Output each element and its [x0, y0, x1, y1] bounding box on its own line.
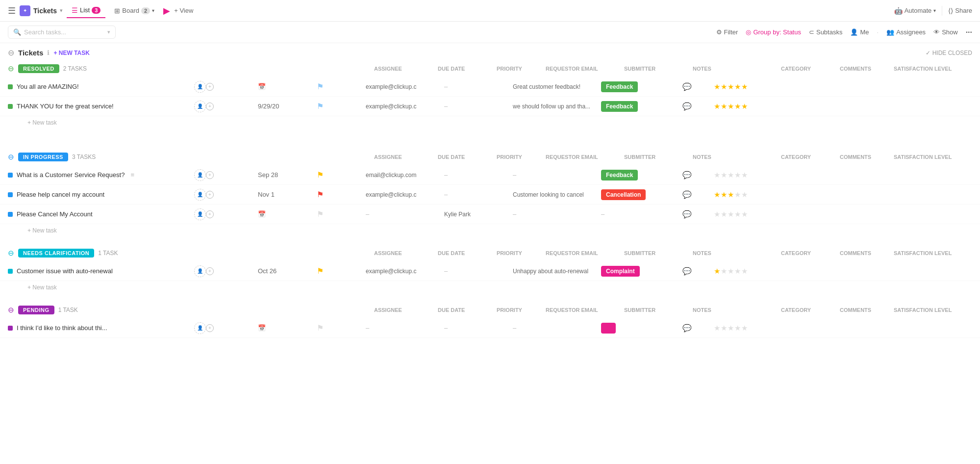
comments-cell[interactable]: 💬 — [660, 190, 714, 199]
subtasks-btn[interactable]: ⊂ Subtasks — [809, 28, 842, 36]
add-assignee-icon[interactable]: + — [206, 171, 214, 179]
avatar[interactable]: 👤 — [194, 101, 206, 112]
priority-cell: ⚑ — [317, 323, 366, 333]
date-cell: 📅 — [258, 83, 317, 90]
show-icon: 👁 — [933, 28, 940, 36]
group-by-btn[interactable]: ◎ Group by: Status — [746, 28, 801, 36]
category-cell: – — [601, 210, 660, 218]
assignees-btn[interactable]: 👥 Assignees — [886, 28, 926, 36]
avatar[interactable]: 👤 — [194, 265, 206, 277]
category-cell: Complaint — [601, 267, 660, 275]
add-assignee-icon[interactable]: + — [206, 324, 214, 332]
avatar[interactable]: 👤 — [194, 322, 206, 334]
new-task-link[interactable]: + New task — [0, 224, 980, 237]
avatar[interactable]: 👤 — [194, 81, 206, 93]
search-arrow-icon: ▾ — [107, 29, 110, 35]
add-assignee-icon[interactable]: + — [206, 191, 214, 199]
task-menu-icon[interactable]: ≡ — [130, 171, 134, 179]
play-icon[interactable]: ▶ — [163, 5, 170, 16]
list-tab-badge: 3 — [92, 7, 101, 14]
category-badge: Feedback — [601, 81, 638, 92]
avatar[interactable]: 👤 — [194, 169, 206, 181]
logo-area[interactable]: ✦ Tickets ▾ — [20, 5, 63, 16]
avatar[interactable]: 👤 — [194, 189, 206, 201]
add-assignee-icon[interactable]: + — [206, 83, 214, 91]
task-row[interactable]: Please Cancel My Account 👤 + 📅 ⚑ – Kylie… — [0, 205, 980, 224]
board-tab-icon: ⊞ — [114, 7, 120, 15]
show-label: Show — [942, 28, 958, 36]
task-dot — [8, 269, 13, 274]
list-tab-icon: ☰ — [72, 6, 78, 14]
filter-btn[interactable]: ⚙ Filter — [716, 28, 738, 36]
filter-icon: ⚙ — [716, 28, 722, 36]
col-category: CATEGORY — [781, 66, 840, 72]
avatar[interactable]: 👤 — [194, 208, 206, 220]
category-badge: Cancellation — [601, 189, 646, 200]
new-task-link[interactable]: + New task — [0, 281, 980, 294]
top-nav: ☰ ✦ Tickets ▾ ☰ List 3 ⊞ Board 2 ▾ ▶ + V… — [0, 0, 980, 22]
col-priority: PRIORITY — [497, 66, 546, 72]
board-tab-label: Board — [122, 7, 139, 14]
pending-toggle-icon[interactable]: ⊖ — [8, 306, 14, 314]
task-dot — [8, 192, 13, 197]
task-row[interactable]: What is a Customer Service Request? ≡ 👤 … — [0, 165, 980, 185]
section-inprogress-header: ⊖ IN PROGRESS 3 TASKS ASSIGNEE DUE DATE … — [0, 149, 980, 165]
email-cell: – — [366, 210, 444, 218]
hide-closed-btn[interactable]: ✓ HIDE CLOSED — [926, 50, 972, 56]
comments-cell[interactable]: 💬 — [660, 210, 714, 219]
email-cell: example@clickup.c — [366, 268, 444, 275]
assignees-label: Assignees — [896, 28, 926, 36]
stars-cell: ★★★★★ — [714, 190, 792, 199]
task-row[interactable]: You all are AMAZING! 👤 + 📅 ⚑ example@cli… — [0, 77, 980, 97]
add-assignee-icon[interactable]: + — [206, 210, 214, 218]
assignee-cell: 👤 + — [194, 81, 258, 93]
category-cell: Feedback — [601, 103, 660, 110]
task-name: THANK YOU for the great service! — [8, 103, 194, 110]
pending-status-badge: PENDING — [18, 306, 54, 314]
col-notes: NOTES — [693, 66, 781, 72]
show-btn[interactable]: 👁 Show — [933, 28, 958, 36]
automate-btn[interactable]: 🤖 Automate ▾ — [894, 7, 936, 15]
info-icon[interactable]: ℹ — [47, 49, 50, 56]
new-task-btn[interactable]: + NEW TASK — [53, 50, 89, 56]
assignee-cell: 👤 + — [194, 208, 258, 220]
task-label: THANK YOU for the great service! — [17, 103, 114, 110]
tab-board[interactable]: ⊞ Board 2 ▾ — [109, 4, 159, 18]
clarification-toggle-icon[interactable]: ⊖ — [8, 249, 14, 258]
comments-cell[interactable]: 💬 — [660, 102, 714, 111]
page-title: Tickets — [18, 49, 43, 57]
add-assignee-icon[interactable]: + — [206, 103, 214, 110]
new-task-link[interactable]: + New task — [0, 116, 980, 129]
comments-cell[interactable]: 💬 — [660, 171, 714, 180]
task-row[interactable]: THANK YOU for the great service! 👤 + 9/2… — [0, 97, 980, 116]
assignee-cell: 👤 + — [194, 322, 258, 334]
inprogress-toggle-icon[interactable]: ⊖ — [8, 153, 14, 161]
more-btn[interactable]: ··· — [966, 28, 972, 37]
comments-cell[interactable]: 💬 — [660, 267, 714, 276]
add-view-btn[interactable]: + View — [174, 7, 193, 14]
clarification-col-headers: ASSIGNEE DUE DATE PRIORITY REQUESTOR EMA… — [131, 250, 972, 256]
toolbar: 🔍 Search tasks... ▾ ⚙ Filter ◎ Group by:… — [0, 22, 980, 43]
comments-cell[interactable]: 💬 — [660, 82, 714, 91]
me-btn[interactable]: 👤 Me — [850, 28, 869, 36]
task-row[interactable]: Please help cancel my account 👤 + Nov 1 … — [0, 185, 980, 205]
tab-list[interactable]: ☰ List 3 — [67, 3, 105, 18]
task-row[interactable]: I think I'd like to think about thi... 👤… — [0, 318, 980, 338]
search-box[interactable]: 🔍 Search tasks... ▾ — [8, 26, 116, 39]
date-cell: Nov 1 — [258, 191, 317, 198]
category-badge: Feedback — [601, 170, 638, 180]
inprogress-status-badge: IN PROGRESS — [18, 153, 68, 161]
resolved-toggle-icon[interactable]: ⊖ — [8, 64, 14, 73]
task-row[interactable]: Customer issue with auto-renewal 👤 + Oct… — [0, 261, 980, 281]
priority-cell: ⚑ — [317, 190, 366, 199]
share-btn[interactable]: ⟨⟩ Share — [948, 7, 972, 15]
task-dot — [8, 212, 13, 217]
collapse-icon[interactable]: ⊖ — [8, 48, 14, 57]
task-name: You all are AMAZING! — [8, 83, 194, 90]
menu-icon[interactable]: ☰ — [8, 5, 16, 16]
task-label: You all are AMAZING! — [17, 83, 79, 90]
comments-cell[interactable]: 💬 — [660, 324, 714, 333]
task-dot — [8, 104, 13, 109]
category-cell — [601, 323, 660, 334]
add-assignee-icon[interactable]: + — [206, 267, 214, 275]
